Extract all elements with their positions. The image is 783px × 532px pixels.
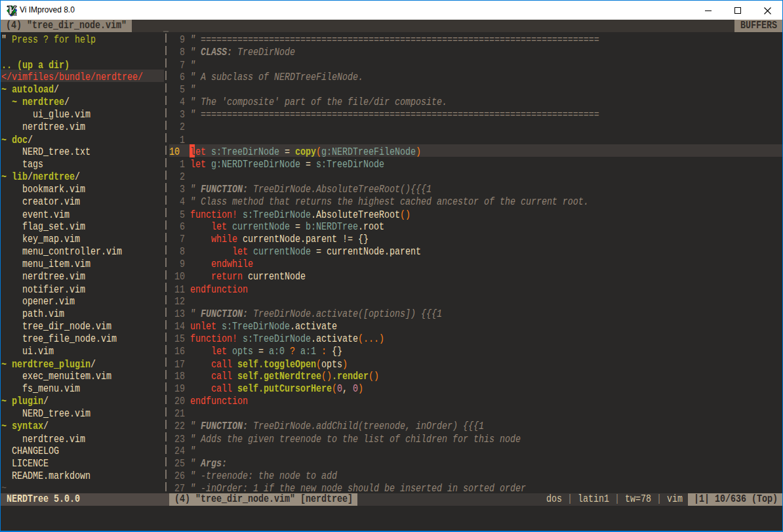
svg-text:im: im: [11, 10, 17, 16]
